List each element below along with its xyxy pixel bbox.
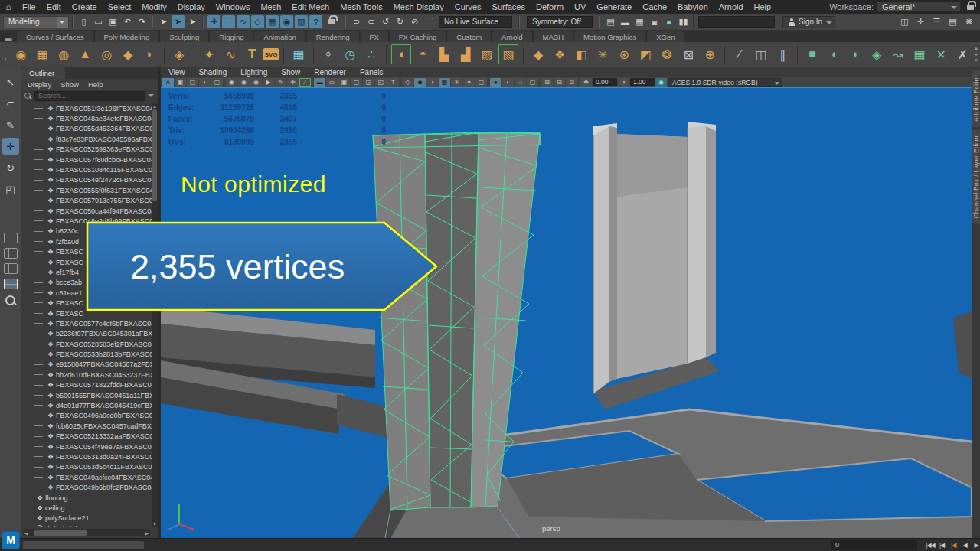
bevel-icon[interactable]: ◆ (528, 44, 548, 64)
boolean-slice-icon[interactable]: ◈ (867, 44, 887, 64)
outliner-item[interactable]: ❖ d4e01d77FBXASC045419cFBXASC (21, 400, 152, 410)
expand-icon[interactable]: ⊞ (28, 525, 34, 527)
shelf-separator[interactable] (164, 45, 165, 64)
texture-toggle-icon[interactable]: T (387, 78, 399, 87)
single-pane-layout-button[interactable] (4, 233, 18, 243)
toolbar-separator[interactable] (224, 78, 225, 87)
menu-item[interactable]: Arnold (714, 0, 749, 14)
menu-item[interactable]: Babylon (672, 0, 714, 14)
menu-item[interactable]: Edit (41, 0, 67, 14)
quick-select-input[interactable] (698, 16, 775, 28)
shelf-tab[interactable]: Rendering (307, 31, 359, 42)
quad-draw-icon[interactable]: ◖ (391, 44, 411, 64)
stereo-camera-icon[interactable]: ◉ (250, 78, 262, 87)
play-forwards-button[interactable]: ▶ (971, 540, 980, 550)
outliner-item[interactable]: ❖ FBXASC053d5c4c11FBXASC04538 (21, 462, 152, 472)
hud-toggle-icon[interactable]: ⊟ (554, 78, 565, 87)
shelf-tab[interactable]: FX (361, 31, 388, 42)
shelf-tab[interactable]: MASH (534, 31, 573, 42)
shelf-scroll-down-icon[interactable]: ▼ (974, 58, 978, 63)
ipr-render-icon[interactable]: ▦ (633, 15, 646, 28)
history-options-icon[interactable]: ↻ (394, 15, 407, 28)
outliner-tab[interactable]: Outliner (21, 67, 65, 79)
outliner-menu-show[interactable]: Show (60, 80, 79, 89)
center-pivot-icon[interactable]: ⌖ (318, 44, 338, 64)
color-management-icon[interactable]: ◉ (655, 78, 667, 87)
snap-to-curve-icon[interactable]: ⌒ (222, 15, 235, 28)
outliner-item[interactable]: ❖ FBXASC054f49ee7aFBXASC04527b (21, 442, 152, 452)
extrude-icon[interactable]: ◧ (571, 44, 591, 64)
menu-item[interactable]: Help (749, 0, 777, 14)
scale-tool[interactable]: ◰ (2, 181, 19, 197)
menu-item[interactable]: Select (103, 0, 137, 14)
outliner-item[interactable]: ❖ FBXASC057913c755FBXASC045d4 (21, 196, 152, 206)
snap-to-view-plane-icon[interactable]: ▦ (266, 15, 279, 28)
separate-icon[interactable]: ▟ (456, 44, 475, 64)
channel-box-icon[interactable]: ☰ (930, 15, 943, 28)
move-tool[interactable]: ✛ (2, 138, 19, 155)
outliner-item[interactable]: ❖ FBXASC05313d0a24FBXASC045ee (21, 452, 152, 461)
range-slider[interactable] (23, 541, 144, 549)
menu-item[interactable]: Edit Mesh (286, 0, 335, 14)
redo-icon[interactable]: ↷ (136, 15, 149, 28)
exposure-field[interactable]: 0.00 (593, 78, 617, 86)
shelf-tab[interactable]: XGen (647, 31, 684, 42)
default-material-icon[interactable]: ◲ (363, 78, 374, 87)
gamma-icon[interactable]: ◑ (618, 78, 629, 87)
display-layer-icon[interactable]: ● (662, 15, 675, 28)
shelf-tab[interactable]: Arnold (492, 31, 531, 42)
shelf-separator[interactable] (313, 45, 314, 64)
smooth-shade-icon[interactable]: ▬ (314, 78, 325, 87)
motion-blur-icon[interactable]: ✳ (451, 78, 462, 87)
snap-together-icon[interactable]: ▧ (295, 15, 308, 28)
outliner-persp-layout-button[interactable] (4, 263, 18, 274)
viewport-menu-shading[interactable]: Shading (199, 68, 227, 77)
camera-attributes-icon[interactable]: ▢ (187, 78, 198, 87)
shelf-separator[interactable] (386, 45, 387, 64)
perspective-camera-icon[interactable]: ◉ (226, 78, 237, 87)
symmetry-field[interactable]: Symmetry: Off (527, 16, 593, 28)
grease-pencil-icon[interactable]: ✎ (275, 78, 286, 87)
zoom-tool[interactable] (4, 294, 18, 308)
textured-icon[interactable]: ▢ (351, 78, 362, 87)
smooth-icon[interactable]: ✳ (593, 44, 612, 64)
default-lighting-icon[interactable]: ◆ (414, 78, 426, 87)
gamma-field[interactable]: 1.00 (630, 78, 655, 86)
wireframe-mode-icon[interactable]: ∕ (299, 78, 311, 87)
save-scene-icon[interactable]: ▣ (106, 15, 119, 28)
triangulate-icon[interactable]: ◩ (635, 44, 655, 64)
bookmark-icon[interactable]: ◐ (199, 78, 211, 87)
outliner-item[interactable]: ❖ fcb6025cFBXASC0457cadFBXASC0 (21, 421, 152, 431)
offset-edge-loop-icon[interactable]: ∥ (773, 44, 792, 64)
insert-edge-loop-icon[interactable]: ◫ (751, 44, 771, 64)
viewport-menu-show[interactable]: Show (281, 68, 300, 77)
svg-import-icon[interactable]: SVG (263, 48, 279, 60)
menu-item[interactable]: Deform (531, 0, 569, 14)
viewport-canvas[interactable]: Verts: 5658909 2355 0 Edges: 11259728 48… (161, 87, 972, 538)
platonic-solid-icon[interactable]: ◈ (169, 44, 189, 64)
snap-to-point-icon[interactable]: ∿ (237, 15, 250, 28)
step-back-frame-button[interactable]: |◀ (936, 540, 947, 550)
sweep-mesh-icon[interactable]: ✦ (199, 44, 219, 64)
shelf-separator[interactable] (194, 45, 194, 64)
outliner-item[interactable]: ❖ FBXASC054ef2472cFBXASC045dd (21, 175, 152, 185)
input-connections-icon[interactable]: ⊃ (350, 15, 363, 28)
make-live-icon[interactable]: ◉ (280, 15, 293, 28)
shelf-separator[interactable] (523, 45, 524, 64)
outliner-item[interactable]: ❖ FBXASC048ae34efcFBXASC04514f (21, 113, 152, 123)
snap-help-icon[interactable]: ? (309, 15, 322, 28)
lasso-tool[interactable]: ⊂ (2, 95, 19, 112)
rotate-tool[interactable]: ↻ (2, 159, 19, 176)
shelf-separator[interactable] (724, 45, 725, 64)
poly-plane-icon[interactable]: ◆ (118, 44, 138, 64)
bake-pivot-icon[interactable]: ◷ (340, 44, 360, 64)
menu-item[interactable]: UV (569, 0, 591, 14)
shelf-tab[interactable]: Custom (447, 31, 491, 42)
film-gate-icon[interactable]: ▢ (527, 78, 538, 87)
fill-hole-icon[interactable]: ⊠ (678, 44, 698, 64)
sign-in-dropdown[interactable]: Sign In (782, 16, 835, 28)
shelf-tab[interactable]: Animation (254, 31, 305, 42)
shelf-tab[interactable]: Curves / Surfaces (17, 31, 93, 42)
shelf-tab[interactable]: Motion Graphics (574, 31, 645, 42)
boolean-difference-icon[interactable]: ◖ (824, 44, 844, 64)
